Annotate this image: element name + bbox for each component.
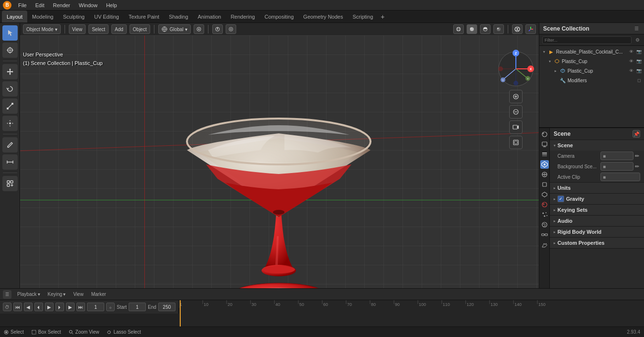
lasso-select-status[interactable]: Lasso Select [107, 329, 141, 335]
timeline-scrubber[interactable]: 1 10 20 30 40 50 60 70 [179, 300, 644, 326]
constraints-properties-icon[interactable] [540, 230, 549, 239]
gizmo-toggle[interactable] [525, 24, 536, 34]
next-keyframe-button[interactable]: ▶ [66, 303, 75, 311]
custom-properties-section-header[interactable]: ▸ Custom Properties [550, 238, 644, 248]
render-toggle-2[interactable]: 📷 [635, 67, 642, 74]
frame-all-button[interactable] [509, 136, 523, 149]
view-menu[interactable]: View [69, 24, 86, 34]
3d-object-viewport[interactable] [170, 50, 390, 288]
output-properties-icon[interactable] [540, 140, 549, 149]
play-button[interactable]: ▶ [45, 303, 54, 311]
tab-shading[interactable]: Shading [164, 11, 193, 22]
camera-value-field[interactable]: ■ [600, 152, 633, 160]
jump-prev-button[interactable]: ⏴ [34, 303, 43, 311]
tab-compositing[interactable]: Compositing [260, 11, 298, 22]
menu-help[interactable]: Help [104, 1, 119, 9]
outliner-search-input[interactable] [542, 36, 632, 44]
orientation-gizmo[interactable]: Z X Y [497, 50, 535, 88]
units-section-header[interactable]: ▸ Units [550, 183, 644, 193]
visibility-toggle-0[interactable]: 👁 [628, 48, 634, 55]
physics-properties-icon[interactable] [540, 220, 549, 229]
marker-menu[interactable]: Marker [89, 291, 108, 298]
tab-scripting[interactable]: Scripting [348, 11, 378, 22]
object-properties-icon[interactable] [540, 180, 549, 189]
tab-geometry-nodes[interactable]: Geometry Nodes [298, 11, 348, 22]
camera-view-button[interactable] [509, 120, 523, 134]
visibility-toggle-1[interactable]: 👁 [628, 58, 634, 65]
zoom-view-status[interactable]: Zoom View [69, 329, 99, 335]
view-menu-timeline[interactable]: View [71, 291, 86, 298]
world-properties-icon[interactable] [540, 170, 549, 179]
tab-sculpting[interactable]: Sculpting [58, 11, 89, 22]
prev-keyframe-button[interactable]: ◀ [24, 303, 33, 311]
select-status[interactable]: Select [4, 329, 24, 335]
modifiers-properties-icon[interactable] [540, 240, 549, 249]
rigid-body-section-header[interactable]: ▸ Rigid Body World [550, 227, 644, 237]
timeline-playhead[interactable] [180, 300, 181, 326]
modifiers-action-0[interactable]: ◻ [635, 77, 642, 84]
timeline-menu-icon[interactable]: ☰ [3, 290, 11, 299]
rendered-shading[interactable] [493, 24, 504, 34]
box-select-status[interactable]: Box Select [32, 329, 61, 335]
render-toggle-0[interactable]: 📷 [635, 48, 642, 55]
scene-properties-icon[interactable] [540, 160, 549, 169]
rotate-tool-button[interactable] [2, 81, 18, 97]
add-menu[interactable]: Add [111, 24, 127, 34]
move-tool-button[interactable] [2, 64, 18, 79]
zoom-out-button[interactable] [509, 105, 523, 119]
tab-modeling[interactable]: Modeling [27, 11, 58, 22]
tree-arrow-1[interactable]: ▾ [547, 58, 553, 64]
select-tool-button[interactable] [2, 25, 18, 41]
tree-item-plastic-cup-object[interactable]: ▾ Plastic_Cup 👁 📷 [539, 56, 644, 66]
tab-layout[interactable]: Layout [2, 11, 27, 22]
material-properties-icon[interactable] [540, 200, 549, 209]
outliner-filter-icon[interactable]: ☰ [633, 25, 640, 33]
playback-menu[interactable]: Playback ▾ [15, 291, 42, 298]
object-menu[interactable]: Object [130, 24, 150, 34]
measure-tool-button[interactable] [2, 154, 18, 170]
audio-section-header[interactable]: ▸ Audio [550, 216, 644, 226]
render-properties-icon[interactable] [540, 130, 549, 139]
current-frame-input[interactable] [87, 303, 104, 311]
object-mode-dropdown[interactable]: Object Mode ▾ [23, 24, 61, 34]
render-toggle-1[interactable]: 📷 [635, 58, 642, 65]
annotate-tool-button[interactable] [2, 137, 18, 152]
overlay-toggle[interactable] [512, 24, 523, 34]
properties-pin-button[interactable]: 📌 [633, 130, 640, 138]
tree-item-collection[interactable]: ▾ ▶ Reusable_Plastic_Cocktail_C... 👁 📷 [539, 47, 644, 56]
proportional-edit[interactable] [226, 24, 236, 34]
menu-edit[interactable]: Edit [33, 1, 46, 9]
viewlayer-properties-icon[interactable] [540, 150, 549, 159]
gravity-section-header[interactable]: ▸ ✓ Gravity [550, 194, 644, 204]
solid-shading[interactable] [467, 24, 477, 34]
transform-space-dropdown[interactable]: Global ▾ [158, 24, 191, 34]
active-clip-value-field[interactable]: ■ [600, 173, 640, 181]
tab-uv-editing[interactable]: UV Editing [89, 11, 124, 22]
tree-item-plastic-cup-mesh[interactable]: ▸ Plastic_Cup 👁 📷 [539, 66, 644, 76]
end-frame-input[interactable] [158, 303, 175, 311]
keyframe-add-button[interactable]: ⬦ [106, 303, 115, 311]
tree-arrow-2[interactable]: ▸ [553, 68, 558, 74]
start-frame-input[interactable] [129, 303, 146, 311]
camera-eyedropper[interactable]: ✏ [633, 152, 640, 160]
pivot-point-button[interactable] [194, 24, 204, 34]
jump-end-button[interactable]: ⏭ [76, 303, 85, 311]
particles-properties-icon[interactable] [540, 210, 549, 219]
tree-arrow-0[interactable]: ▾ [541, 49, 547, 54]
tab-texture-paint[interactable]: Texture Paint [124, 11, 164, 22]
menu-file[interactable]: File [16, 1, 29, 9]
viewport-area[interactable]: Object Mode ▾ View Select Add Object Glo… [20, 23, 539, 288]
outliner-filter-options[interactable]: ⚙ [633, 36, 641, 44]
jump-start-button[interactable]: ⏮ [13, 303, 22, 311]
keying-sets-section-header[interactable]: ▸ Keying Sets [550, 205, 644, 215]
material-preview-shading[interactable] [480, 24, 491, 34]
scene-section-header[interactable]: ▾ Scene [550, 140, 644, 151]
transform-tool-button[interactable] [2, 116, 18, 131]
select-menu[interactable]: Select [88, 24, 109, 34]
menu-window[interactable]: Window [77, 1, 99, 9]
background-scene-eyedropper[interactable]: ✏ [633, 162, 640, 171]
cursor-tool-button[interactable] [2, 43, 18, 58]
tab-animation[interactable]: Animation [193, 11, 226, 22]
menu-render[interactable]: Render [51, 1, 72, 9]
gravity-checkbox[interactable]: ✓ [557, 196, 564, 202]
